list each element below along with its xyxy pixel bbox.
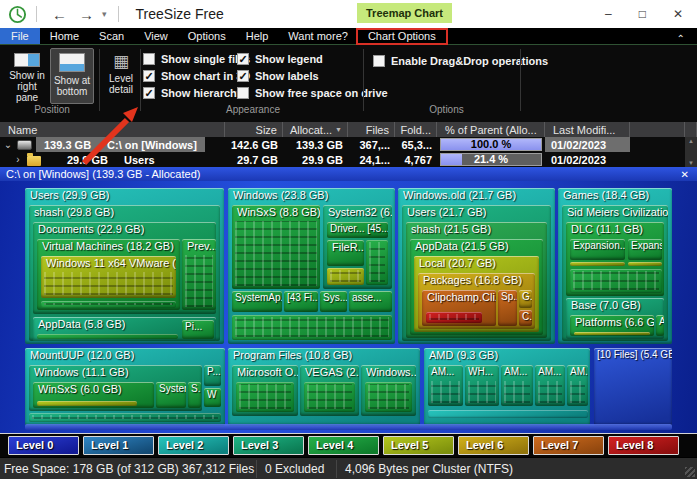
column-header-percent[interactable]: % of Parent (Allo... <box>437 122 545 137</box>
treemap-block-sp[interactable]: Sp... <box>498 290 517 326</box>
collapse-chevron-icon[interactable]: › <box>13 154 23 165</box>
level-detail-button[interactable]: ▦ Level detail <box>103 48 139 104</box>
tab-chart-options[interactable]: Chart Options <box>358 28 446 44</box>
tab-view[interactable]: View <box>134 28 178 44</box>
treemap-close-icon[interactable]: ✕ <box>681 169 691 180</box>
checkbox-enable-drag-drop-operations[interactable]: Enable Drag&Drop operations <box>373 52 548 69</box>
treemap-legend: Level 0Level 1Level 2Level 3Level 4Level… <box>0 433 697 457</box>
button-label: Level detail <box>104 73 138 95</box>
size-cell: 142.6 GB <box>225 137 283 152</box>
tab-file[interactable]: File <box>0 28 40 44</box>
checkbox-show-labels[interactable]: ✓Show labels <box>237 67 388 84</box>
treemap-block-g[interactable]: G... <box>519 290 532 308</box>
column-header-allocated[interactable]: Allocat... ▼ <box>283 122 348 137</box>
treemap-block-c[interactable]: C... <box>519 310 532 326</box>
dropdown-icon[interactable]: ▾ <box>102 7 107 22</box>
legend-level-6: Level 6 <box>458 436 529 455</box>
show-in-right-pane-button[interactable]: Show in right pane <box>6 48 48 104</box>
treemap-block-expansion[interactable]: Expansion... <box>570 239 625 260</box>
filler-cell <box>630 152 685 167</box>
forward-icon[interactable]: → <box>79 7 94 22</box>
grid-icon: ▦ <box>113 53 129 70</box>
treemap-block-10-files-5-4-gb[interactable]: [10 Files] (5.4 GB) <box>594 348 672 426</box>
expand-chevron-icon[interactable]: ⌄ <box>3 139 13 150</box>
treemap-block-a[interactable]: A... <box>656 315 664 336</box>
checkbox-label: Show free space on drive <box>255 87 388 99</box>
treemap-block-wh[interactable]: WH... <box>465 365 499 406</box>
treemap-block-prev[interactable]: Prev... <box>182 239 216 310</box>
show-at-bottom-button[interactable]: Show at bottom <box>50 48 94 104</box>
treemap-block-am[interactable]: AM... <box>535 365 565 406</box>
treemap-texture <box>428 410 588 418</box>
close-button[interactable]: ✕ <box>673 7 683 21</box>
filler-cell <box>630 137 685 152</box>
back-icon[interactable]: ← <box>52 7 67 22</box>
checkbox-show-single-files[interactable]: Show single files <box>143 50 250 67</box>
scroll-down-icon[interactable]: ▼ <box>688 159 694 167</box>
ribbon: Show in right pane Show at bottom ▦ Leve… <box>0 45 697 122</box>
treemap-block-s[interactable]: S... <box>188 382 201 408</box>
treemap-block-w[interactable]: W <box>204 388 221 407</box>
treemap-texture <box>628 262 662 266</box>
group-label-options: Options <box>373 104 520 115</box>
column-header-name[interactable]: Name <box>0 122 225 137</box>
checkbox-show-hierarchy[interactable]: ✓Show hierarchy <box>143 84 250 101</box>
treemap-block-p[interactable]: P... <box>204 365 221 386</box>
table-row[interactable]: ⌄ 139.3 GB C:\ on [Windows] 142.6 GB 139… <box>0 137 697 152</box>
ribbon-tab-list: FileHomeScanViewOptionsHelpWant more?Cha… <box>0 28 697 45</box>
minimize-button[interactable]: – <box>605 7 612 21</box>
treemap-body[interactable]: Users (29.9 GB)shash (29.8 GB)Documents … <box>0 181 697 433</box>
checkbox-show-legend[interactable]: ✓Show legend <box>237 50 388 67</box>
column-header-size[interactable]: Size <box>225 122 283 137</box>
tab-want-more[interactable]: Want more? <box>278 28 358 44</box>
treemap-block-windows-11-x64-vmware-18[interactable]: Windows 11 x64 VMware (18... <box>41 256 176 298</box>
checkbox-checked-icon: ✓ <box>143 87 155 99</box>
tab-home[interactable]: Home <box>40 28 89 44</box>
button-label: Show in right pane <box>7 70 47 103</box>
percent-cell: 21.4 % <box>437 152 545 167</box>
treemap-block-system3[interactable]: System3... <box>156 382 186 408</box>
checkbox-label: Show hierarchy <box>161 87 243 99</box>
treemap-block-expansi[interactable]: Expansi... <box>628 239 662 260</box>
checkbox-show-chart-in-3d[interactable]: ✓Show chart in 3D <box>143 67 250 84</box>
status-free-space: Free Space: 178 GB (of 312 GB) 367,312 F… <box>4 462 254 476</box>
ribbon-collapse-icon[interactable]: ⌃ <box>677 30 697 44</box>
list-scrollbar[interactable]: ▲ ▼ <box>685 137 697 167</box>
tab-help[interactable]: Help <box>236 28 279 44</box>
divider <box>256 460 257 478</box>
treemap-block-pi[interactable]: Pi... <box>182 320 214 339</box>
column-header-files[interactable]: Files <box>348 122 395 137</box>
treemap-block-systemap[interactable]: SystemAp... <box>232 291 282 312</box>
treemap-block-43-fi[interactable]: [43 Fi... <box>284 291 318 312</box>
treemap-block-filer[interactable]: FileR... <box>327 240 364 266</box>
treemap-block-sys[interactable]: Sys... <box>320 291 347 312</box>
size-cell: 29.7 GB <box>225 152 283 167</box>
tab-scan[interactable]: Scan <box>89 28 134 44</box>
treemap-block-winsxs-8-8-gb[interactable]: WinSxS (8.8 GB) <box>232 205 320 289</box>
divider <box>363 49 364 111</box>
name-cell: › 29.9 GB Users <box>0 152 225 167</box>
checkbox-label: Enable Drag&Drop operations <box>391 55 548 67</box>
treemap-block-driver-45[interactable]: Driver... [45... <box>327 222 388 238</box>
column-header-folders[interactable]: Fold... <box>395 122 437 137</box>
treemap-block-am[interactable]: AM... <box>501 365 533 406</box>
maximize-button[interactable]: □ <box>639 7 646 21</box>
files-cell: 367,... <box>348 137 395 152</box>
column-header-modified[interactable]: Last Modifi... <box>545 122 630 137</box>
tab-options[interactable]: Options <box>178 28 236 44</box>
selected-name: 139.3 GB C:\ on [Windows] <box>36 137 205 152</box>
treemap-block-am[interactable]: AM... <box>428 365 463 406</box>
row-size-prefix: 139.3 GB <box>44 139 91 151</box>
folders-cell: 65,3... <box>395 137 437 152</box>
folder-icon <box>27 156 41 166</box>
table-row[interactable]: › 29.9 GB Users 29.7 GB 29.9 GB 24,1... … <box>0 152 697 167</box>
checkbox-show-free-space-on-drive[interactable]: Show free space on drive <box>237 84 388 101</box>
drive-icon <box>17 140 32 150</box>
treemap-block-am[interactable]: AM... <box>567 365 588 406</box>
treemap-block-asse[interactable]: asse... <box>349 291 392 312</box>
treemap-texture <box>236 382 294 412</box>
scroll-up-icon[interactable]: ▲ <box>688 137 694 145</box>
resize-grip[interactable] <box>685 467 695 477</box>
percent-cell: 100.0 % <box>437 137 545 152</box>
column-header-row: Name Size Allocat... ▼ Files Fold... % o… <box>0 122 697 137</box>
